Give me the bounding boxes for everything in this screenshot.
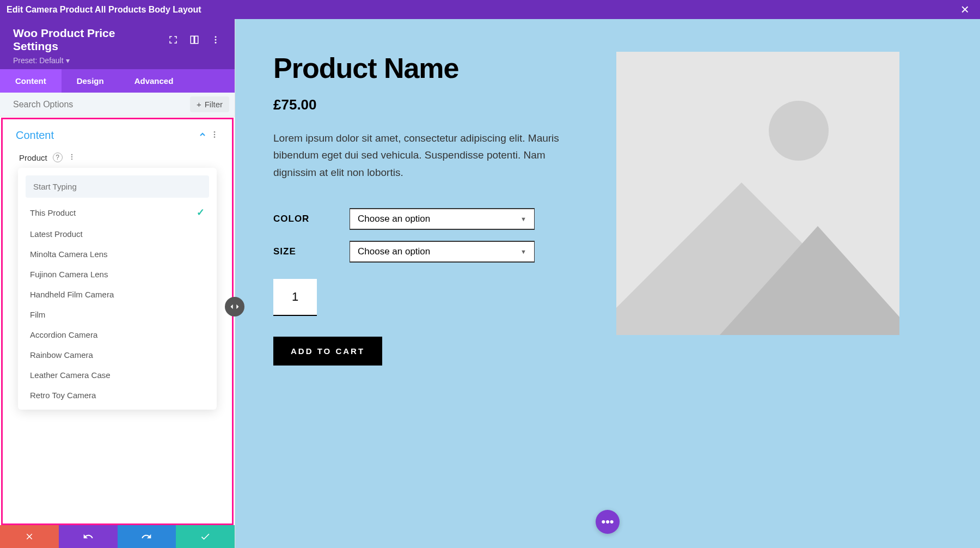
search-input[interactable] [13,100,190,109]
svg-point-5 [214,136,216,138]
sidebar-footer [0,525,235,548]
columns-icon[interactable] [189,34,200,46]
dropdown-item[interactable]: Handheld Film Camera [26,284,209,305]
product-title: Product Name [273,52,562,84]
color-select[interactable]: Choose an option ▼ [350,208,535,230]
preset-selector[interactable]: Preset: Default ▾ [13,56,222,65]
product-description: Lorem ipsum dolor sit amet, consectetur … [273,130,562,181]
save-button[interactable] [176,525,235,548]
tab-content[interactable]: Content [0,69,62,93]
more-vertical-icon[interactable] [210,129,219,142]
dropdown-item[interactable]: Latest Product [26,224,209,244]
page-title: Edit Camera Product All Products Body La… [7,5,957,15]
settings-sidebar: Woo Product Price Settings Preset: Defau… [0,19,235,548]
product-dropdown: This Product✓Latest ProductMinolta Camer… [18,168,217,410]
main-area: Woo Product Price Settings Preset: Defau… [0,19,980,548]
dropdown-item[interactable]: Retro Toy Camera [26,385,209,405]
dropdown-item[interactable]: This Product✓ [26,201,209,224]
tab-advanced[interactable]: Advanced [119,69,189,93]
svg-point-3 [214,131,216,133]
size-select[interactable]: Choose an option ▼ [350,241,535,263]
redo-button[interactable] [118,525,176,548]
search-row: + Filter [0,93,235,117]
more-vertical-icon[interactable] [210,34,222,46]
section-header[interactable]: Content [3,119,232,148]
filter-button[interactable]: + Filter [190,96,229,112]
svg-point-7 [71,156,72,157]
cancel-button[interactable] [0,525,59,548]
content-section-highlight: Content Product ? [1,118,234,525]
size-label: SIZE [273,246,350,257]
svg-point-1 [215,39,217,41]
product-image-placeholder [616,52,899,335]
tab-design[interactable]: Design [62,69,119,93]
settings-title: Woo Product Price Settings [13,27,158,53]
dropdown-item[interactable]: Fujinon Camera Lens [26,264,209,284]
check-icon: ✓ [197,206,205,218]
color-label: COLOR [273,214,350,224]
help-icon[interactable]: ? [53,153,63,162]
resize-handle[interactable] [225,297,244,316]
product-price: £75.00 [273,96,562,113]
plus-icon: + [197,100,201,109]
field-label-row: Product ? [3,148,232,168]
dropdown-item[interactable]: Leather Camera Case [26,365,209,385]
field-label: Product [19,153,47,162]
svg-point-0 [215,36,217,38]
settings-header: Woo Product Price Settings Preset: Defau… [0,19,235,69]
dropdown-item[interactable]: Accordion Camera [26,325,209,345]
expand-icon[interactable] [168,34,179,46]
dropdown-item[interactable]: Minolta Camera Lens [26,244,209,264]
chevron-down-icon: ▾ [66,56,70,65]
top-bar: Edit Camera Product All Products Body La… [0,0,980,19]
section-title: Content [16,129,198,142]
svg-point-2 [215,42,217,44]
tabs: Content Design Advanced [0,69,235,93]
svg-point-6 [71,154,72,155]
svg-point-4 [214,134,216,136]
chevron-down-icon: ▼ [520,216,526,222]
undo-button[interactable] [59,525,118,548]
quantity-input[interactable]: 1 [273,279,317,316]
add-to-cart-button[interactable]: ADD TO CART [273,337,382,366]
chevron-down-icon: ▼ [520,248,526,255]
fab-more-button[interactable]: ••• [596,510,620,534]
dropdown-item[interactable]: Film [26,305,209,325]
preview-canvas: Product Name £75.00 Lorem ipsum dolor si… [235,19,980,548]
chevron-up-icon[interactable] [198,129,207,142]
close-icon[interactable]: × [957,1,973,18]
svg-point-8 [71,158,72,159]
dropdown-item[interactable]: Rainbow Camera [26,345,209,365]
more-vertical-icon[interactable] [68,153,76,162]
dropdown-search-input[interactable] [26,175,209,198]
